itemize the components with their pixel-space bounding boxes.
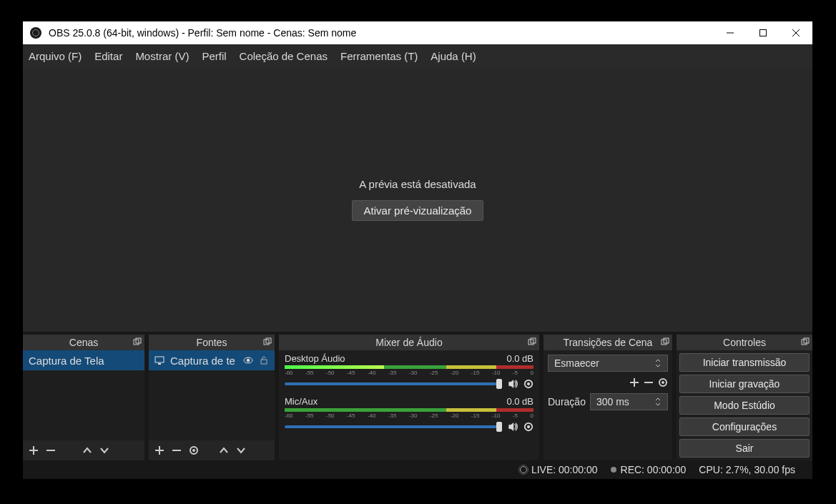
gear-icon[interactable] — [523, 379, 533, 389]
status-rec: REC: 00:00:00 — [611, 464, 687, 475]
channel-name: Mic/Aux — [285, 396, 318, 407]
speaker-icon[interactable] — [508, 379, 518, 389]
status-rec-text: REC: 00:00:00 — [621, 464, 687, 475]
sources-header: Fontes — [149, 335, 275, 350]
window-title: OBS 25.0.8 (64-bit, windows) - Perfil: S… — [49, 27, 714, 39]
popout-icon[interactable] — [263, 337, 272, 346]
duration-label: Duração — [548, 396, 586, 407]
source-properties-button[interactable] — [189, 445, 199, 455]
status-live-text: LIVE: 00:00:00 — [531, 464, 598, 475]
sources-title: Fontes — [197, 337, 227, 348]
menu-perfil[interactable]: Perfil — [202, 50, 226, 62]
volume-slider[interactable] — [285, 382, 502, 385]
studio-mode-button[interactable]: Modo Estúdio — [679, 396, 810, 415]
duration-input[interactable]: 300 ms — [590, 393, 668, 410]
scenes-header: Cenas — [23, 335, 144, 350]
source-item-label: Captura de te — [170, 355, 237, 367]
controls-body: Iniciar transmissão Iniciar gravação Mod… — [677, 350, 812, 460]
svg-rect-15 — [261, 360, 267, 364]
svg-point-20 — [193, 450, 195, 452]
move-source-up-button[interactable] — [219, 445, 229, 455]
settings-button[interactable]: Configurações — [679, 417, 810, 436]
exit-button[interactable]: Sair — [679, 439, 810, 458]
meter-ticks: -60-55-50-45-40-35-30-25-20-15-10-50 — [285, 369, 533, 376]
transition-select[interactable]: Esmaecer — [548, 355, 668, 372]
preview-disabled-message: A prévia está desativada — [359, 178, 476, 190]
svg-rect-1 — [760, 30, 767, 36]
move-scene-down-button[interactable] — [99, 445, 109, 455]
updown-icon — [654, 359, 662, 367]
mixer-header: Mixer de Áudio — [279, 335, 539, 350]
mixer-dock: Mixer de Áudio Desktop Áudio 0.0 dB -60-… — [279, 335, 539, 460]
channel-db: 0.0 dB — [506, 353, 533, 364]
lock-icon[interactable] — [259, 355, 269, 365]
transitions-title: Transições de Cena — [564, 337, 653, 348]
svg-marker-26 — [509, 423, 513, 431]
status-cpu-text: CPU: 2.7%, 30.00 fps — [699, 464, 795, 475]
start-record-button[interactable]: Iniciar gravação — [679, 375, 810, 393]
scene-item-label: Captura de Tela — [29, 355, 104, 367]
scenes-dock: Cenas Captura de Tela — [23, 335, 144, 460]
remove-source-button[interactable] — [172, 445, 182, 455]
add-transition-button[interactable] — [629, 377, 639, 387]
controls-dock: Controles Iniciar transmissão Iniciar gr… — [677, 335, 812, 460]
vu-meter — [285, 408, 533, 412]
speaker-icon[interactable] — [508, 422, 518, 432]
menu-arquivo[interactable]: Arquivo (F) — [29, 50, 82, 62]
remove-scene-button[interactable] — [46, 445, 56, 455]
enable-preview-button[interactable]: Ativar pré-vizualização — [352, 200, 484, 221]
meter-ticks: -60-55-50-45-40-35-30-25-20-15-10-50 — [285, 412, 533, 419]
svg-point-28 — [527, 425, 530, 428]
transition-selected-label: Esmaecer — [554, 357, 599, 369]
remove-transition-button[interactable] — [644, 377, 654, 387]
scenes-list: Captura de Tela — [23, 350, 144, 440]
svg-point-14 — [247, 359, 250, 362]
start-stream-button[interactable]: Iniciar transmissão — [679, 353, 810, 372]
obs-logo-icon — [30, 27, 41, 39]
popout-icon[interactable] — [661, 337, 669, 346]
monitor-icon — [154, 355, 164, 365]
updown-icon — [654, 397, 662, 407]
menubar: Arquivo (F) Editar Mostrar (V) Perfil Co… — [23, 44, 812, 67]
maximize-button[interactable] — [747, 21, 780, 44]
menu-colecao[interactable]: Coleção de Cenas — [240, 50, 328, 62]
vu-meter — [285, 365, 533, 369]
transitions-header: Transições de Cena — [544, 335, 672, 350]
gear-icon[interactable] — [658, 377, 668, 387]
move-source-down-button[interactable] — [236, 445, 246, 455]
menu-ajuda[interactable]: Ajuda (H) — [431, 50, 476, 62]
volume-slider[interactable] — [285, 425, 502, 428]
sources-toolbar — [149, 440, 275, 460]
menu-mostrar[interactable]: Mostrar (V) — [135, 50, 189, 62]
scenes-toolbar — [23, 440, 144, 460]
popout-icon[interactable] — [801, 337, 810, 346]
preview-area: A prévia está desativada Ativar pré-vizu… — [23, 67, 812, 332]
record-icon — [611, 467, 616, 473]
docks-row: Cenas Captura de Tela Fontes — [23, 332, 812, 460]
gear-icon[interactable] — [523, 422, 533, 432]
transitions-body: Esmaecer Duração 300 ms — [544, 350, 672, 460]
move-scene-up-button[interactable] — [82, 445, 92, 455]
broadcast-icon — [520, 466, 527, 473]
close-button[interactable] — [780, 21, 812, 44]
popout-icon[interactable] — [528, 337, 536, 346]
eye-icon[interactable] — [243, 355, 253, 365]
sources-list: Captura de te — [149, 350, 275, 440]
titlebar: OBS 25.0.8 (64-bit, windows) - Perfil: S… — [23, 21, 812, 44]
source-item[interactable]: Captura de te — [149, 350, 275, 370]
scene-item[interactable]: Captura de Tela — [23, 350, 144, 370]
svg-point-35 — [662, 382, 664, 384]
status-bar: LIVE: 00:00:00 REC: 00:00:00 CPU: 2.7%, … — [23, 460, 812, 479]
menu-ferramentas[interactable]: Ferramentas (T) — [340, 50, 418, 62]
mixer-body: Desktop Áudio 0.0 dB -60-55-50-45-40-35-… — [279, 350, 539, 460]
minimize-button[interactable] — [714, 21, 747, 44]
svg-point-25 — [527, 382, 530, 385]
menu-editar[interactable]: Editar — [94, 50, 122, 62]
popout-icon[interactable] — [133, 337, 142, 346]
add-source-button[interactable] — [154, 445, 164, 455]
mixer-title: Mixer de Áudio — [375, 337, 442, 348]
add-scene-button[interactable] — [29, 445, 39, 455]
channel-name: Desktop Áudio — [285, 353, 345, 364]
svg-marker-23 — [509, 380, 513, 388]
controls-header: Controles — [677, 335, 812, 350]
